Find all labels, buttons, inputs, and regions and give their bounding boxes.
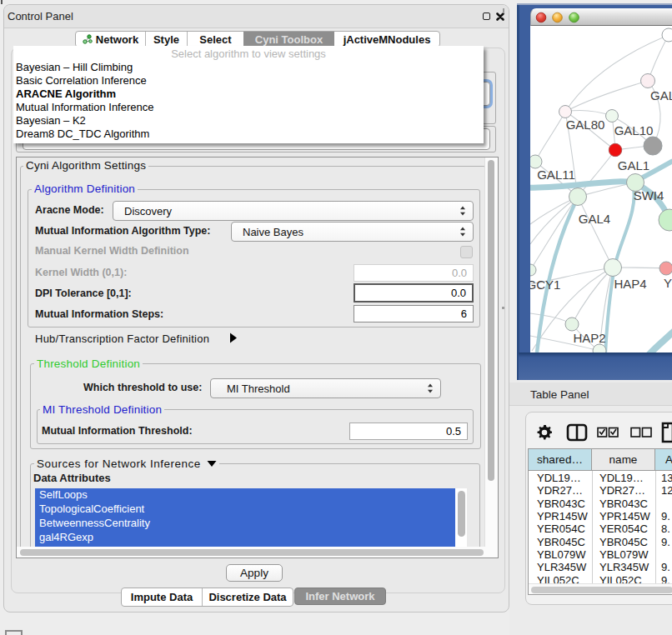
svg-text:GAL10: GAL10: [614, 123, 654, 138]
svg-text:GAL7: GAL7: [650, 88, 672, 102]
svg-text:HAP4: HAP4: [614, 277, 646, 291]
svg-text:SWI4: SWI4: [634, 188, 664, 202]
svg-text:GCY1: GCY1: [530, 278, 560, 292]
svg-text:GAL11: GAL11: [537, 168, 575, 182]
svg-text:GAL1: GAL1: [618, 158, 649, 172]
svg-text:GAL4: GAL4: [579, 212, 610, 226]
svg-text:HAP2: HAP2: [573, 331, 605, 345]
svg-text:GAL80: GAL80: [566, 118, 605, 132]
svg-text:YM: YM: [664, 276, 672, 290]
